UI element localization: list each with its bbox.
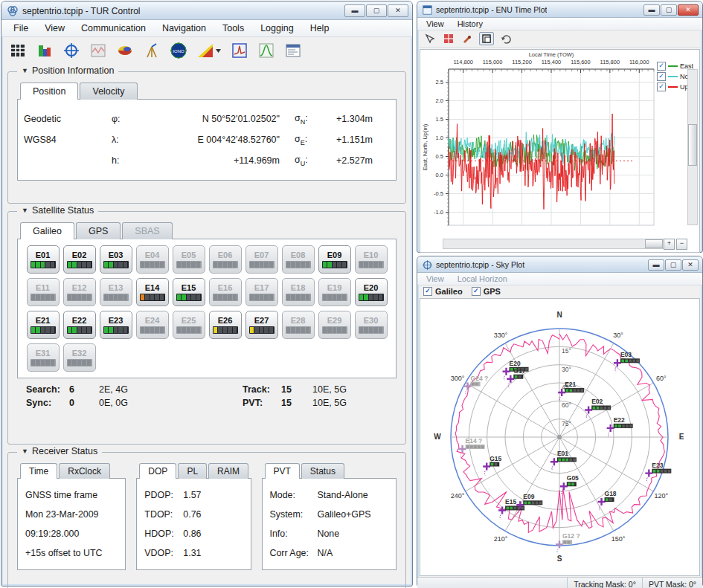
satellite-button-e23[interactable]: E23 — [100, 311, 132, 339]
checkbox[interactable]: ✓ — [472, 287, 481, 296]
tab-pl[interactable]: PL — [178, 463, 207, 479]
checkbox[interactable]: ✓ — [423, 287, 432, 296]
satellite-button-e30[interactable]: E30 — [355, 311, 388, 339]
close-button[interactable]: ✕ — [682, 259, 699, 271]
menu-item-logging[interactable]: Logging — [253, 20, 301, 36]
tab-pvt[interactable]: PVT — [265, 463, 300, 479]
filter-gps[interactable]: ✓GPS — [472, 287, 501, 296]
satellite-button-e16[interactable]: E16 — [209, 278, 242, 306]
satellite-button-e08[interactable]: E08 — [282, 245, 315, 274]
minimize-button[interactable]: ▬ — [344, 4, 365, 17]
satellite-button-e03[interactable]: E03 — [100, 245, 132, 274]
satellite-button-e25[interactable]: E25 — [173, 311, 205, 339]
collapse-triangle-icon[interactable]: ▼ — [22, 67, 28, 74]
elevation-mask-icon[interactable] — [196, 42, 222, 59]
attitude-icon[interactable] — [143, 42, 161, 59]
restore-button[interactable]: ▢ — [661, 4, 677, 16]
enu-titlebar[interactable]: septentrio.tcpip - ENU Time Plot ▬ ▢ ✕ — [417, 1, 702, 18]
tab-position[interactable]: Position — [20, 83, 78, 100]
zoom-in-button[interactable]: + — [664, 239, 675, 250]
satellite-button-e15[interactable]: E15 — [173, 278, 205, 306]
status-bars-icon[interactable] — [36, 42, 54, 59]
satellite-button-e20[interactable]: E20 — [355, 278, 388, 306]
satellite-button-e27[interactable]: E27 — [245, 311, 278, 339]
satellite-button-e11[interactable]: E11 — [27, 278, 60, 306]
satellite-button-e22[interactable]: E22 — [63, 311, 96, 339]
satellite-button-e12[interactable]: E12 — [63, 278, 96, 306]
satellite-button-e07[interactable]: E07 — [245, 245, 278, 274]
collapse-triangle-icon[interactable]: ▼ — [22, 448, 28, 455]
minimize-button[interactable]: ▬ — [643, 4, 660, 16]
legend-checkbox[interactable]: ✓ — [657, 72, 666, 81]
tab-sbas[interactable]: SBAS — [122, 222, 172, 239]
minimize-button[interactable]: ▬ — [648, 259, 664, 271]
satellite-button-e21[interactable]: E21 — [27, 311, 60, 339]
satellite-button-e06[interactable]: E06 — [209, 245, 242, 274]
legend-checkbox[interactable]: ✓ — [657, 62, 666, 71]
tab-status[interactable]: Status — [301, 463, 344, 479]
tab-raim[interactable]: RAIM — [208, 463, 248, 479]
sky-titlebar[interactable]: septentrio.tcpip - Sky Plot ▬ ▢ ✕ — [417, 256, 702, 273]
grid-toggle-icon[interactable] — [442, 33, 455, 45]
menu-item-navigation[interactable]: Navigation — [155, 20, 214, 36]
satellite-button-e13[interactable]: E13 — [100, 278, 132, 306]
satellite-button-e02[interactable]: E02 — [63, 245, 96, 274]
satellite-button-e18[interactable]: E18 — [282, 278, 315, 306]
menu-item-communication[interactable]: Communication — [74, 20, 153, 36]
menu-item-help[interactable]: Help — [303, 20, 337, 36]
time-plot-icon[interactable] — [89, 42, 107, 59]
menu-item-file[interactable]: File — [6, 20, 36, 36]
tab-dop[interactable]: DOP — [139, 463, 176, 479]
sky-chart[interactable]: N30°60°E120°150°S210°240°W300°330°15°30°… — [420, 299, 698, 574]
tab-velocity[interactable]: Velocity — [80, 83, 137, 100]
satellite-button-e01[interactable]: E01 — [27, 245, 60, 274]
satellite-button-e31[interactable]: E31 — [27, 343, 60, 372]
restore-button[interactable]: ▢ — [366, 4, 387, 17]
tab-time[interactable]: Time — [20, 463, 57, 479]
collapse-triangle-icon[interactable]: ▼ — [22, 207, 28, 214]
main-titlebar[interactable]: septentrio.tcpip - TUR Control ▬ ▢ ✕ — [1, 1, 412, 20]
satellite-button-e09[interactable]: E09 — [318, 245, 351, 274]
signal-plot-icon[interactable] — [257, 42, 275, 59]
console-icon[interactable] — [284, 42, 302, 59]
planisphere-icon[interactable] — [116, 42, 134, 59]
satellite-button-e04[interactable]: E04 — [136, 245, 169, 274]
satellite-button-e17[interactable]: E17 — [245, 278, 278, 306]
satellite-button-e24[interactable]: E24 — [136, 311, 169, 339]
marker-icon[interactable] — [460, 33, 474, 45]
satellite-button-e19[interactable]: E19 — [318, 278, 351, 306]
close-button[interactable]: ✕ — [388, 4, 408, 17]
filter-galileo[interactable]: ✓Galileo — [423, 287, 463, 296]
zoom-out-button[interactable]: − — [676, 239, 687, 250]
track-cursor-icon[interactable] — [423, 33, 437, 45]
tab-gps[interactable]: GPS — [76, 222, 121, 239]
enu-vertical-scrollbar[interactable] — [687, 69, 698, 225]
iono-icon[interactable]: IONO — [170, 42, 187, 59]
position-target-icon[interactable] — [62, 42, 80, 59]
satellite-button-e32[interactable]: E32 — [63, 343, 96, 372]
mask-status: Tracking Mask: 0° — [567, 578, 642, 588]
legend-checkbox[interactable]: ✓ — [657, 83, 666, 91]
menu-item-history[interactable]: History — [452, 18, 489, 30]
menu-item-local-horizon[interactable]: Local Horizon — [452, 273, 513, 285]
menu-item-view[interactable]: View — [37, 20, 72, 36]
menu-item-tools[interactable]: Tools — [215, 20, 251, 36]
satellite-button-e26[interactable]: E26 — [209, 311, 242, 339]
satellite-button-e14[interactable]: E14 — [136, 278, 169, 306]
zoom-box-icon[interactable] — [479, 32, 494, 45]
tab-galileo[interactable]: Galileo — [20, 222, 74, 239]
menu-item-view[interactable]: View — [420, 273, 450, 285]
restore-button[interactable]: ▢ — [665, 259, 681, 271]
message-plot-icon[interactable] — [231, 42, 248, 59]
channel-table-icon[interactable] — [9, 42, 27, 59]
undo-icon[interactable] — [499, 33, 513, 45]
satellite-button-e28[interactable]: E28 — [282, 311, 315, 339]
tab-rxclock[interactable]: RxClock — [59, 463, 110, 479]
satellite-button-e10[interactable]: E10 — [355, 245, 388, 274]
satellite-button-e05[interactable]: E05 — [173, 245, 205, 274]
satellite-button-e29[interactable]: E29 — [318, 311, 351, 339]
time-info-line: GNSS time frame — [25, 485, 118, 505]
close-button[interactable]: ✕ — [678, 4, 699, 16]
enu-horizontal-scrollbar[interactable] — [443, 239, 665, 249]
menu-item-view[interactable]: View — [420, 18, 450, 30]
